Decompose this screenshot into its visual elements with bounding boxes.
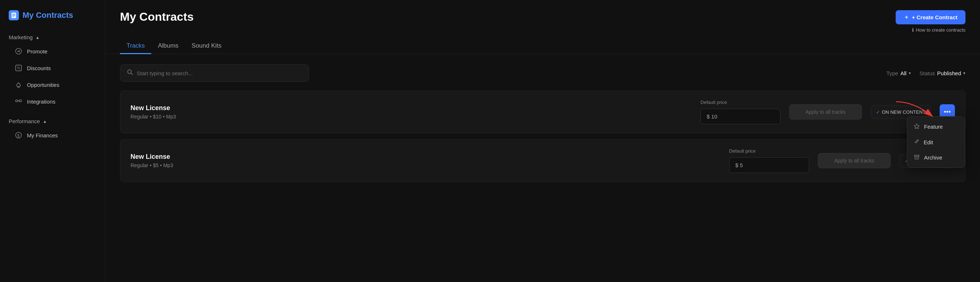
search-icon <box>127 69 133 77</box>
status-chevron-icon: ▾ <box>963 71 966 76</box>
promote-icon <box>14 47 22 55</box>
sidebar-title: My Contracts <box>22 11 73 20</box>
tab-albums[interactable]: Albums <box>151 38 185 54</box>
svg-rect-7 <box>16 100 18 102</box>
performance-section: Performance ▲ $ My Finances <box>0 112 105 145</box>
search-bar[interactable] <box>120 64 309 82</box>
sidebar-item-promote[interactable]: Promote <box>9 43 96 59</box>
create-contract-label: + Create Contract <box>912 14 958 20</box>
contract-1-price-section: Default price $ 10 <box>700 100 780 124</box>
status-filter[interactable]: Status Published ▾ <box>920 70 966 76</box>
search-filters: Type All ▾ Status Published ▾ <box>120 64 966 82</box>
how-to-label: How to create contracts <box>916 27 966 33</box>
contract-1-price-label: Default price <box>700 100 780 105</box>
archive-icon <box>914 154 920 161</box>
sidebar-item-discounts[interactable]: Discounts <box>9 60 96 76</box>
finances-icon: $ <box>14 131 22 139</box>
tab-albums-label: Albums <box>158 42 178 49</box>
contract-1-meta: Regular • $10 • Mp3 <box>130 114 692 119</box>
dropdown-menu: Feature Edit <box>907 116 965 168</box>
type-chevron-icon: ▾ <box>909 71 911 76</box>
dropdown-item-edit[interactable]: Edit <box>907 134 965 150</box>
contract-1-info: New License Regular • $10 • Mp3 <box>130 104 692 119</box>
contract-2-price-section: Default price $ 5 <box>729 148 809 173</box>
tab-tracks[interactable]: Tracks <box>120 38 151 54</box>
page-title: My Contracts <box>120 10 194 24</box>
content-area: Type All ▾ Status Published ▾ New Licens… <box>105 54 980 282</box>
header-actions: ＋ + Create Contract ℹ How to create cont… <box>896 10 966 33</box>
type-filter[interactable]: Type All ▾ <box>886 70 911 76</box>
contract-card-2: New License Regular • $5 • Mp3 Default p… <box>120 139 966 182</box>
price-1-value: $ 10 <box>706 113 717 119</box>
finances-label: My Finances <box>27 132 58 139</box>
contract-2-name: New License <box>130 153 721 161</box>
search-input[interactable] <box>137 70 302 76</box>
opportunities-icon <box>14 81 22 89</box>
price-2-value: $ 5 <box>735 162 743 168</box>
type-filter-value: All <box>900 70 907 76</box>
promote-label: Promote <box>27 48 48 54</box>
tab-sound-kits-label: Sound Kits <box>192 42 221 49</box>
contract-2-info: New License Regular • $5 • Mp3 <box>130 153 721 168</box>
apply-all-label-2: Apply to all tracks <box>834 158 874 164</box>
svg-rect-13 <box>915 155 919 156</box>
contract-2-meta: Regular • $5 • Mp3 <box>130 163 721 168</box>
archive-label: Archive <box>924 155 942 161</box>
marketing-chevron: ▲ <box>36 35 40 40</box>
how-to-link[interactable]: ℹ How to create contracts <box>912 27 966 33</box>
integrations-label: Integrations <box>27 99 55 105</box>
on-new-content-label-1: ON NEW CONTENT <box>882 109 926 115</box>
tab-tracks-label: Tracks <box>127 42 145 49</box>
info-icon: ℹ <box>912 27 914 33</box>
marketing-label: Marketing <box>9 34 33 40</box>
edit-icon <box>914 139 919 145</box>
marketing-section: Marketing ▲ Promote Discounts <box>0 28 105 112</box>
logo-icon <box>9 10 19 20</box>
sidebar-item-integrations[interactable]: Integrations <box>9 93 96 109</box>
type-filter-label: Type <box>886 70 898 76</box>
svg-rect-8 <box>19 100 21 102</box>
sidebar-item-finances[interactable]: $ My Finances <box>9 127 96 143</box>
feature-label: Feature <box>924 124 943 130</box>
status-filter-value: Published <box>937 70 961 76</box>
svg-line-12 <box>131 73 132 75</box>
dropdown-item-feature[interactable]: Feature <box>907 119 965 134</box>
tabs-bar: Tracks Albums Sound Kits <box>105 33 980 54</box>
main-header: My Contracts ＋ + Create Contract ℹ How t… <box>105 0 980 33</box>
performance-chevron: ▲ <box>43 119 47 124</box>
create-contract-button[interactable]: ＋ + Create Contract <box>896 10 966 24</box>
check-icon-1: ✓ <box>876 109 880 115</box>
sidebar-logo[interactable]: My Contracts <box>0 0 105 28</box>
create-icon: ＋ <box>904 14 909 21</box>
apply-all-label-1: Apply to all tracks <box>805 109 845 115</box>
discounts-label: Discounts <box>27 65 51 71</box>
apply-all-tracks-btn-1[interactable]: Apply to all tracks <box>789 104 862 119</box>
opportunities-label: Opportunities <box>27 82 59 88</box>
svg-text:$: $ <box>18 133 20 138</box>
tab-sound-kits[interactable]: Sound Kits <box>185 38 228 54</box>
performance-header[interactable]: Performance ▲ <box>9 116 96 126</box>
marketing-header[interactable]: Marketing ▲ <box>9 32 96 43</box>
sidebar: My Contracts Marketing ▲ Promote Dis <box>0 0 105 282</box>
status-filter-label: Status <box>920 70 935 76</box>
apply-all-tracks-btn-2[interactable]: Apply to all tracks <box>818 153 891 168</box>
discounts-icon <box>14 64 22 72</box>
contract-2-price-input[interactable]: $ 5 <box>729 157 809 173</box>
performance-label: Performance <box>9 118 40 124</box>
main-content: My Contracts ＋ + Create Contract ℹ How t… <box>105 0 980 282</box>
sidebar-item-opportunities[interactable]: Opportunities <box>9 76 96 92</box>
contract-1-price-input[interactable]: $ 10 <box>700 109 780 124</box>
svg-rect-6 <box>18 86 20 87</box>
edit-label: Edit <box>924 139 933 145</box>
contract-2-price-label: Default price <box>729 148 809 154</box>
star-icon <box>914 123 920 130</box>
contract-card-1: New License Regular • $10 • Mp3 Default … <box>120 91 966 133</box>
filter-controls: Type All ▾ Status Published ▾ <box>886 70 966 76</box>
contract-1-name: New License <box>130 104 692 112</box>
integrations-icon <box>14 97 22 105</box>
dots-icon-1: ••• <box>944 108 951 116</box>
dropdown-item-archive[interactable]: Archive <box>907 150 965 165</box>
